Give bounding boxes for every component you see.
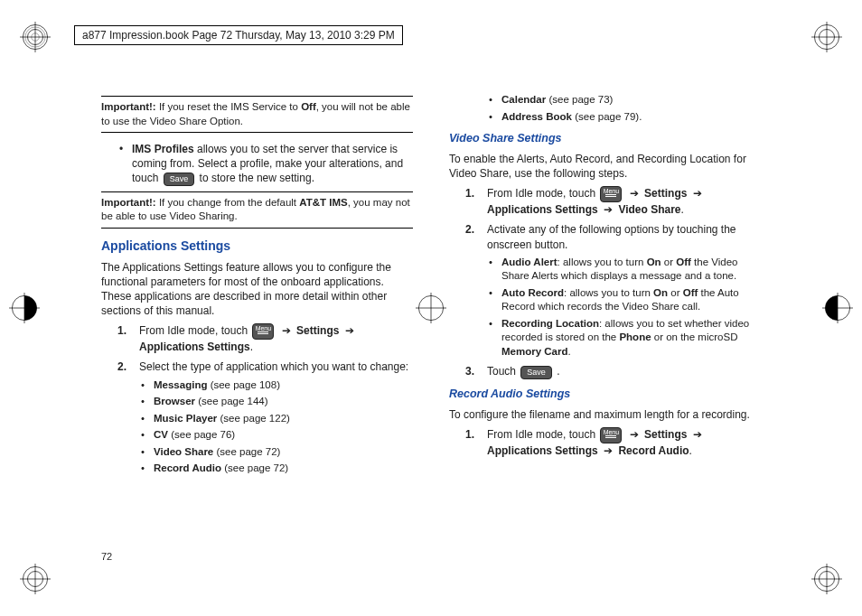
bullet-icon: • xyxy=(489,256,501,284)
vs-step-3: 3. Touch Save . xyxy=(465,364,761,378)
crop-mark-icon xyxy=(811,564,842,594)
arrow-icon: ➔ xyxy=(282,324,291,337)
important-label: Important!: xyxy=(101,101,156,112)
crop-mark-icon xyxy=(20,564,51,594)
item-label: Auto Record xyxy=(501,287,564,298)
item-text: (see page 122) xyxy=(217,413,290,424)
content-area: Important!: If you reset the IMS Service… xyxy=(101,90,761,479)
step-1: 1. From Idle mode, touch Menu ➔ Settings… xyxy=(117,323,413,354)
step-text: From Idle mode, touch xyxy=(487,428,598,441)
item-text: : allows you to turn xyxy=(564,287,653,298)
off-text: Off xyxy=(301,101,316,112)
step-number: 3. xyxy=(465,364,487,378)
paragraph: To enable the Alerts, Auto Record, and R… xyxy=(449,152,761,181)
list-item: •Music Player (see page 122) xyxy=(141,412,413,426)
arrow-icon: ➔ xyxy=(345,324,354,337)
save-button-icon: Save xyxy=(520,366,552,379)
item-text: (see page 76) xyxy=(168,429,235,440)
page-header: a877 Impression.book Page 72 Thursday, M… xyxy=(74,25,403,45)
item-text: (see page 72) xyxy=(213,446,280,457)
bullet-icon: • xyxy=(141,412,154,426)
arrow-icon: ➔ xyxy=(630,428,639,441)
video-share-heading: Video Share Settings xyxy=(449,131,761,146)
ims-profiles-bullet: • IMS Profiles allows you to set the ser… xyxy=(119,142,413,186)
bullet-icon: • xyxy=(489,317,501,359)
ims-profiles-text: to store the new setting. xyxy=(196,172,314,184)
crop-mark-icon xyxy=(20,22,51,52)
right-column: •Calendar (see page 73)•Address Book (se… xyxy=(449,90,761,479)
item-text: or xyxy=(668,287,683,298)
crop-mark-icon xyxy=(822,293,853,323)
list-item: •Address Book (see page 79). xyxy=(489,110,761,125)
menu-button-icon: Menu xyxy=(600,427,622,443)
item-label: Messaging xyxy=(154,379,207,390)
item-label: Record Audio xyxy=(154,462,221,473)
applications-settings-heading: Applications Settings xyxy=(101,238,413,255)
item-label: Browser xyxy=(154,396,195,406)
item-text: : allows you to turn xyxy=(557,257,647,267)
list-item: •Auto Record: allows you to turn On or O… xyxy=(489,286,761,314)
bullet-icon: • xyxy=(141,378,154,393)
att-ims-text: AT&T IMS xyxy=(299,197,347,208)
item-label: Recording Location xyxy=(501,318,599,329)
app-settings-text: Applications Settings xyxy=(487,203,598,216)
video-share-text: Video Share xyxy=(618,203,680,216)
item-text: or on the microSD xyxy=(651,331,738,342)
item-text: On xyxy=(647,257,661,267)
item-text: Phone xyxy=(619,331,651,342)
arrow-icon: ➔ xyxy=(693,428,702,441)
important-label: Important!: xyxy=(101,197,156,208)
step-text: Select the type of application which you… xyxy=(139,359,413,374)
settings-text: Settings xyxy=(296,324,339,337)
step-text: . xyxy=(554,365,560,378)
item-text: (see page 108) xyxy=(207,379,280,390)
vs-step-2: 2. Activate any of the following options… xyxy=(465,222,761,251)
bullet-icon: • xyxy=(141,462,154,476)
item-text: (see page 72) xyxy=(221,462,288,473)
important-text: If you reset the IMS Service to xyxy=(159,101,301,112)
item-label: Calendar xyxy=(501,94,546,105)
important-note: Important!: If you reset the IMS Service… xyxy=(101,96,413,133)
bullet-icon: • xyxy=(141,445,154,460)
step-number: 1. xyxy=(465,186,487,217)
bullet-icon: • xyxy=(489,110,501,125)
vs-step-1: 1. From Idle mode, touch Menu ➔ Settings… xyxy=(465,186,761,217)
step-text: From Idle mode, touch xyxy=(487,187,598,200)
page-number: 72 xyxy=(101,551,112,562)
arrow-icon: ➔ xyxy=(604,203,613,216)
step-number: 1. xyxy=(465,427,487,458)
crop-mark-icon xyxy=(811,22,842,52)
arrow-icon: ➔ xyxy=(693,187,702,200)
list-item: •Calendar (see page 73) xyxy=(489,93,761,107)
paragraph: To configure the filename and maximum le… xyxy=(449,407,761,422)
step-text: Touch xyxy=(487,365,519,378)
left-column: Important!: If you reset the IMS Service… xyxy=(101,90,413,479)
item-label: Address Book xyxy=(501,111,572,122)
record-audio-heading: Record Audio Settings xyxy=(449,387,761,402)
item-text: (see page 79). xyxy=(572,111,642,122)
item-text: or xyxy=(661,257,677,267)
item-text: Off xyxy=(683,287,698,298)
save-button-icon: Save xyxy=(164,173,195,186)
app-settings-text: Applications Settings xyxy=(139,341,250,353)
settings-text: Settings xyxy=(644,187,687,200)
list-item: •Record Audio (see page 72) xyxy=(141,462,413,476)
list-item: •Recording Location: allows you to set w… xyxy=(489,317,761,359)
bullet-icon: • xyxy=(489,286,501,314)
paragraph: The Applications Settings feature allows… xyxy=(101,260,413,319)
item-label: Audio Alert xyxy=(501,257,557,267)
list-item: •Messaging (see page 108) xyxy=(141,378,413,393)
bullet-icon: • xyxy=(489,93,501,107)
item-label: CV xyxy=(154,429,168,440)
menu-button-icon: Menu xyxy=(252,323,274,340)
bullet-icon: • xyxy=(141,395,154,409)
important-text: If you change from the default xyxy=(159,197,299,208)
bullet-icon: • xyxy=(141,428,154,443)
ims-profiles-label: IMS Profiles xyxy=(132,143,194,155)
list-item: •Audio Alert: allows you to turn On or O… xyxy=(489,256,761,284)
settings-text: Settings xyxy=(644,428,687,441)
item-text: On xyxy=(653,287,668,298)
list-item: •Browser (see page 144) xyxy=(141,395,413,409)
menu-button-icon: Menu xyxy=(600,186,622,202)
app-settings-text: Applications Settings xyxy=(487,444,598,457)
